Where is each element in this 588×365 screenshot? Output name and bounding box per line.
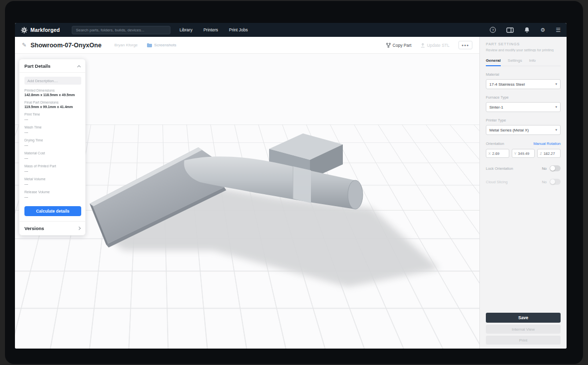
field-wash-time: Wash Time --- <box>24 125 80 134</box>
chevron-up-icon <box>77 65 81 68</box>
workspace-column: ✎ Showroom-07-OnyxOne Bryan Kforge Scree… <box>15 37 479 349</box>
folder-breadcrumb[interactable]: Screenshots <box>147 43 176 47</box>
brand-name: Markforged <box>30 27 60 33</box>
gear-icon[interactable]: ⚙ <box>540 27 545 33</box>
field-printed-dimensions: Printed Dimensions 142.8mm x 118.5mm x 4… <box>24 89 80 97</box>
orientation-inputs: X 2.69 Y 349.49 Z 182.27 <box>486 149 561 158</box>
part-details-fields: Printed Dimensions 142.8mm x 118.5mm x 4… <box>19 87 85 204</box>
update-stl-label: Update STL <box>427 43 449 48</box>
orientation-y-input[interactable]: Y 349.49 <box>512 149 535 158</box>
upload-icon <box>421 43 425 48</box>
tab-general[interactable]: General <box>486 56 501 66</box>
part-settings-title: PART SETTINGS <box>486 42 561 46</box>
update-stl-button[interactable]: Update STL <box>421 43 449 48</box>
material-select[interactable]: 17-4 Stainless Steel ▾ <box>486 79 561 89</box>
more-options-button[interactable]: ●●● <box>458 41 472 49</box>
caret-down-icon: ▾ <box>555 105 557 109</box>
orientation-z-input[interactable]: Z 182.27 <box>537 149 561 158</box>
manual-rotation-link[interactable]: Manual Rotation <box>533 141 561 146</box>
brand: Markforged <box>21 27 60 33</box>
top-nav: Markforged Library Printers Print Jobs ?… <box>15 23 567 37</box>
caret-down-icon: ▾ <box>555 128 557 132</box>
field-print-time: Print Time --- <box>24 113 80 122</box>
cloud-slicing-label: Cloud Slicing <box>486 180 542 184</box>
main-area: ✎ Showroom-07-OnyxOne Bryan Kforge Scree… <box>15 37 567 349</box>
page-header: ✎ Showroom-07-OnyxOne Bryan Kforge Scree… <box>15 37 479 54</box>
material-label: Material <box>486 72 561 77</box>
field-mass-of-printed-part: Mass of Printed Part --- <box>24 164 80 173</box>
internal-view-button[interactable]: Internal View <box>486 325 561 334</box>
part-details-title: Part Details <box>24 63 50 69</box>
printer-type-select[interactable]: Metal Series (Metal X) ▾ <box>486 125 561 135</box>
field-metal-volume: Metal Volume --- <box>24 177 80 186</box>
orientation-label: Orientation <box>486 141 504 146</box>
field-release-volume: Release Volume --- <box>24 190 80 199</box>
nav-item-library[interactable]: Library <box>179 27 192 32</box>
app-window: Markforged Library Printers Print Jobs ?… <box>15 23 567 349</box>
fork-icon <box>386 43 391 48</box>
lock-orientation-label: Lock Orientation <box>486 166 542 171</box>
field-final-part-dimensions: Final Part Dimensions 119.5mm x 99.1mm x… <box>24 101 80 109</box>
copy-part-label: Copy Part <box>393 43 412 48</box>
cloud-slicing-value: No <box>542 180 547 184</box>
markforged-logo-icon <box>21 27 27 33</box>
printer-type-label: Printer Type <box>486 118 561 122</box>
owner-name: Bryan Kforge <box>115 43 138 47</box>
part-details-header[interactable]: Part Details <box>19 59 85 73</box>
page-header-actions: Copy Part Update STL ●●● <box>386 41 472 49</box>
page-title: Showroom-07-OnyxOne <box>30 42 101 49</box>
top-nav-actions: ? ⚙ ☰ <box>490 27 561 33</box>
edit-title-icon[interactable]: ✎ <box>22 42 26 48</box>
orientation-x-input[interactable]: X 2.69 <box>486 149 509 158</box>
versions-row[interactable]: Versions <box>19 221 85 235</box>
top-nav-items: Library Printers Print Jobs <box>179 27 248 32</box>
lock-orientation-value: No <box>542 166 547 171</box>
search-input[interactable] <box>72 26 170 34</box>
lock-orientation-toggle[interactable] <box>550 165 561 171</box>
field-material-cost: Material Cost --- <box>24 151 80 160</box>
furnace-type-label: Furnace Type <box>486 95 561 100</box>
folder-name: Screenshots <box>154 43 176 47</box>
save-button[interactable]: Save <box>486 313 561 323</box>
tab-info[interactable]: Info <box>529 56 536 66</box>
field-drying-time: Drying Time --- <box>24 138 80 147</box>
tab-settings[interactable]: Settings <box>508 56 522 66</box>
calculate-details-button[interactable]: Calculate details <box>24 206 81 216</box>
caret-down-icon: ▾ <box>555 82 557 86</box>
settings-tabs: General Settings Info <box>486 56 561 66</box>
part-settings-sidebar: PART SETTINGS Review and modify your set… <box>479 37 567 349</box>
nav-item-print-jobs[interactable]: Print Jobs <box>229 27 248 32</box>
print-button[interactable]: Print <box>486 336 561 345</box>
panel-icon[interactable] <box>506 27 514 33</box>
sidebar-footer: Save Internal View Print <box>486 313 561 345</box>
menu-icon[interactable]: ☰ <box>556 27 561 33</box>
orientation-row: Orientation Manual Rotation <box>486 141 561 146</box>
lock-orientation-row: Lock Orientation No <box>486 165 561 171</box>
copy-part-button[interactable]: Copy Part <box>386 43 412 48</box>
part-details-panel: Part Details Printed Dimensions 142.8mm … <box>19 59 86 236</box>
screen: Markforged Library Printers Print Jobs ?… <box>0 0 588 365</box>
cloud-slicing-row: Cloud Slicing No <box>486 179 561 185</box>
viewport-3d[interactable]: Part Details Printed Dimensions 142.8mm … <box>15 54 479 349</box>
help-icon[interactable]: ? <box>490 27 496 33</box>
furnace-type-select[interactable]: Sinter-1 ▾ <box>486 102 561 112</box>
bell-icon[interactable] <box>524 27 530 33</box>
part-settings-subtitle: Review and modify your settings for prin… <box>486 48 561 52</box>
description-input[interactable] <box>24 77 81 85</box>
chevron-right-icon <box>77 227 81 230</box>
cloud-slicing-toggle[interactable] <box>550 179 561 185</box>
folder-icon <box>147 43 152 47</box>
nav-item-printers[interactable]: Printers <box>203 27 218 32</box>
